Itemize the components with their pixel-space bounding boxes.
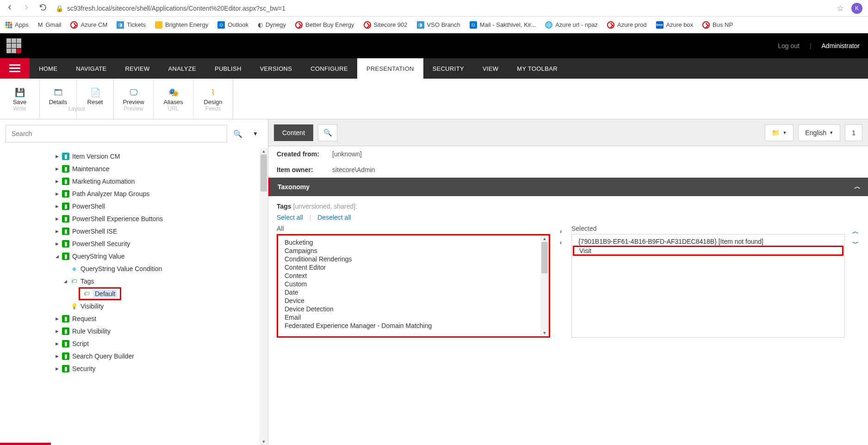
tab-security[interactable]: SECURITY: [423, 58, 473, 79]
ribbon-toolbar: 💾SaveWrite 🗔Details. 📄ResetLayout 🖵Previ…: [0, 79, 868, 119]
browser-nav-bar: 🔒 sc93fresh.local/sitecore/shell/Applica…: [0, 0, 868, 17]
bookmark-apps[interactable]: Apps: [6, 21, 29, 28]
move-left-button[interactable]: ‹: [560, 239, 562, 246]
bookmark-better-buy-energy[interactable]: Better Buy Energy: [295, 21, 354, 29]
list-item[interactable]: Device Detection: [278, 305, 549, 313]
list-item[interactable]: Campaigns: [278, 247, 549, 255]
bookmark-azure-box[interactable]: boxAzure box: [656, 21, 694, 29]
bookmark-bus-np[interactable]: Bus NP: [702, 21, 733, 29]
bookmark-mail-sakthivel-kir-[interactable]: OMail - Sakthivel, Kir...: [470, 21, 536, 29]
design-button[interactable]: ⌇DesignFeeds: [193, 79, 233, 119]
save-button[interactable]: 💾SaveWrite: [0, 79, 40, 119]
list-item[interactable]: {7901B1B9-EF61-4B16-B9FD-AF31DEC8418B} […: [572, 237, 844, 246]
meta-row: Created from:[unknown]: [277, 146, 860, 162]
tree-node-default[interactable]: 🏷Default: [55, 287, 268, 300]
tab-view[interactable]: VIEW: [473, 58, 508, 79]
tree-node-security[interactable]: ▶▮Security: [55, 362, 268, 375]
list-item[interactable]: Date: [278, 288, 549, 297]
selected-tags-listbox[interactable]: {7901B1B9-EF61-4B16-B9FD-AF31DEC8418B} […: [571, 234, 845, 338]
search-tab[interactable]: 🔍: [318, 124, 337, 141]
list-item[interactable]: Email: [278, 313, 549, 321]
forward-button[interactable]: [22, 3, 31, 13]
list-item[interactable]: Device: [278, 297, 549, 305]
sitecore-logo[interactable]: [0, 33, 28, 58]
bookmark-brighten-energy[interactable]: Brighten Energy: [155, 21, 208, 29]
content-tree: ▶▮Item Version CM▶▮Maintenance▶▮Marketin…: [0, 148, 268, 445]
listbox-scrollbar[interactable]: ▲▼: [540, 235, 549, 336]
bookmark-dynegy[interactable]: ◐Dynegy: [258, 21, 286, 28]
all-tags-listbox[interactable]: BucketingCampaignsConditional Renderings…: [277, 234, 550, 338]
ribbon-tabs: HOMENAVIGATEREVIEWANALYZEPUBLISHVERSIONS…: [0, 58, 868, 79]
star-icon[interactable]: ☆: [837, 3, 844, 13]
search-dropdown[interactable]: ▼: [248, 130, 262, 137]
list-item[interactable]: Visit: [573, 246, 843, 256]
tab-home[interactable]: HOME: [30, 58, 67, 79]
tree-node-item-version-cm[interactable]: ▶▮Item Version CM: [55, 150, 268, 162]
tree-node-visibility[interactable]: 💡Visibility: [55, 300, 268, 312]
tree-node-path-analyzer-map-groups[interactable]: ▶▮Path Analyzer Map Groups: [55, 187, 268, 200]
tree-node-powershell[interactable]: ▶▮PowerShell: [55, 200, 268, 212]
move-down-button[interactable]: ﹀: [852, 240, 859, 248]
list-item[interactable]: Context: [278, 272, 549, 280]
sitecore-header: Log out | Administrator: [0, 33, 868, 58]
tree-node-maintenance[interactable]: ▶▮Maintenance: [55, 162, 268, 175]
tab-my toolbar[interactable]: MY TOOLBAR: [508, 58, 567, 79]
bookmark-tickets[interactable]: ◑Tickets: [117, 21, 146, 29]
username-label[interactable]: Administrator: [822, 42, 860, 49]
tree-node-powershell-security[interactable]: ▶▮PowerShell Security: [55, 237, 268, 250]
hamburger-menu[interactable]: [0, 58, 30, 79]
select-all-link[interactable]: Select all: [277, 214, 303, 221]
list-item[interactable]: Custom: [278, 280, 549, 288]
tree-node-request[interactable]: ▶▮Request: [55, 312, 268, 325]
back-button[interactable]: [6, 3, 14, 13]
tree-node-powershell-ise[interactable]: ▶▮PowerShell ISE: [55, 225, 268, 237]
reload-button[interactable]: [39, 3, 47, 13]
list-item[interactable]: Federated Experience Manager - Domain Ma…: [278, 321, 549, 330]
profile-avatar[interactable]: K: [851, 3, 862, 14]
bookmark-azure-url-npaz[interactable]: 🌐Azure url - npaz: [545, 21, 598, 29]
list-item[interactable]: Conditional Renderings: [278, 255, 549, 263]
search-icon[interactable]: 🔍: [231, 130, 245, 138]
bookmark-sitecore-902[interactable]: Sitecore 902: [364, 21, 408, 29]
tab-navigate[interactable]: NAVIGATE: [67, 58, 116, 79]
tab-review[interactable]: REVIEW: [116, 58, 159, 79]
tree-node-search-query-builder[interactable]: ▶▮Search Query Builder: [55, 350, 268, 362]
bookmark-gmail[interactable]: MGmail: [38, 21, 62, 28]
logout-link[interactable]: Log out: [778, 42, 800, 49]
tree-scrollbar[interactable]: ▲▼: [260, 148, 268, 445]
list-item[interactable]: Bucketing: [278, 238, 549, 247]
tab-versions[interactable]: VERSIONS: [251, 58, 302, 79]
tree-node-tags[interactable]: ◢🏷Tags: [55, 275, 268, 287]
bookmark-azure-prod[interactable]: Azure prod: [607, 21, 647, 29]
transfer-arrows: › ‹: [557, 225, 565, 338]
tree-search-input[interactable]: [6, 125, 227, 142]
deselect-all-link[interactable]: Deselect all: [317, 214, 351, 221]
language-dropdown[interactable]: English▼: [798, 124, 840, 141]
reset-button[interactable]: 📄ResetLayout: [77, 79, 114, 119]
tree-node-querystring-value-condition[interactable]: ◆QueryString Value Condition: [55, 262, 268, 275]
tree-node-marketing-automation[interactable]: ▶▮Marketing Automation: [55, 175, 268, 187]
folder-dropdown[interactable]: 📁▼: [765, 124, 794, 141]
bookmark-azure-cm[interactable]: Azure CM: [70, 21, 107, 29]
move-up-button[interactable]: ︿: [852, 228, 859, 236]
all-column-header: All: [277, 225, 550, 232]
details-button[interactable]: 🗔Details.: [40, 79, 77, 119]
tree-node-script[interactable]: ▶▮Script: [55, 337, 268, 350]
preview-button[interactable]: 🖵PreviewPreview: [114, 79, 154, 119]
taxonomy-section-header[interactable]: Taxonomy ︿: [268, 178, 868, 196]
version-dropdown[interactable]: 1: [845, 124, 862, 141]
url-bar[interactable]: 🔒 sc93fresh.local/sitecore/shell/Applica…: [56, 5, 828, 12]
move-right-button[interactable]: ›: [560, 228, 562, 235]
tree-node-rule-visibility[interactable]: ▶▮Rule Visibility: [55, 325, 268, 337]
content-tab[interactable]: Content: [274, 124, 313, 141]
tree-node-querystring-value[interactable]: ◢▮QueryString Value: [55, 250, 268, 262]
tab-presentation[interactable]: PRESENTATION: [357, 58, 423, 79]
aliases-button[interactable]: 🎭AliasesURL: [154, 79, 193, 119]
tree-node-powershell-experience-buttons[interactable]: ▶▮PowerShell Experience Buttons: [55, 212, 268, 225]
bookmark-outlook[interactable]: OOutlook: [217, 21, 248, 29]
tab-publish[interactable]: PUBLISH: [205, 58, 251, 79]
bookmark-vso-branch[interactable]: ◑VSO Branch: [417, 21, 460, 29]
list-item[interactable]: Content Editor: [278, 263, 549, 272]
tab-configure[interactable]: CONFIGURE: [301, 58, 357, 79]
tab-analyze[interactable]: ANALYZE: [159, 58, 205, 79]
